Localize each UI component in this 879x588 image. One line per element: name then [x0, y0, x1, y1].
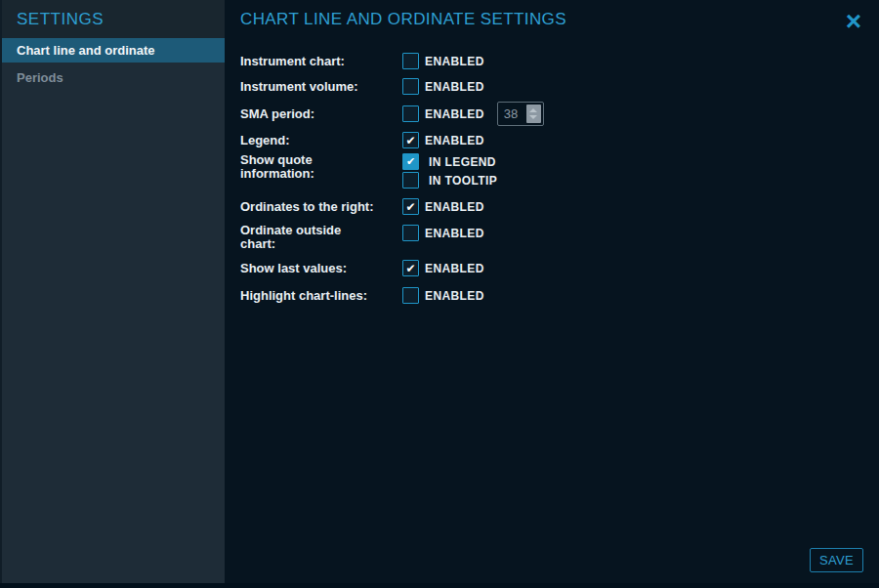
checkbox-label[interactable]: ENABLED [425, 55, 484, 68]
row-label: Ordinates to the right: [240, 200, 402, 214]
sidebar-item-chart-line-and-ordinate[interactable]: Chart line and ordinate [2, 38, 225, 63]
instrument-volume-checkbox[interactable] [402, 78, 419, 95]
ordinate-outside-checkbox[interactable] [402, 225, 419, 241]
checkbox-label[interactable]: IN LEGEND [429, 155, 496, 169]
checkbox-label[interactable]: ENABLED [425, 289, 484, 303]
quote-in-tooltip-checkbox[interactable] [402, 172, 419, 189]
number-spinner[interactable] [526, 105, 541, 123]
checkbox-label[interactable]: ENABLED [425, 134, 484, 147]
sidebar-item-periods[interactable]: Periods [2, 64, 225, 90]
row-label: Highlight chart-lines: [240, 289, 402, 303]
show-last-values-checkbox[interactable]: ✔ [402, 260, 419, 276]
checkbox-label[interactable]: ENABLED [425, 80, 484, 94]
row-label: Show last values: [240, 262, 402, 275]
row-instrument-chart: Instrument chart: ENABLED [240, 53, 484, 69]
row-highlight-chart-lines: Highlight chart-lines: ENABLED [240, 287, 484, 304]
sidebar-item-label: Periods [17, 70, 63, 85]
quote-in-legend-checkbox[interactable]: ✔ [402, 153, 419, 170]
row-label: Show quote information: [240, 153, 402, 181]
instrument-chart-checkbox[interactable] [402, 53, 419, 69]
row-ordinate-outside-chart: Ordinate outside chart: ENABLED [240, 224, 484, 251]
row-legend: Legend: ✔ ENABLED [240, 132, 484, 148]
row-sma-period: SMA period: ENABLED 38 [240, 102, 544, 126]
row-show-quote-information: Show quote information: ✔ IN LEGEND IN T… [240, 153, 497, 189]
sma-period-input[interactable]: 38 [497, 102, 544, 126]
sidebar-item-label: Chart line and ordinate [17, 43, 155, 58]
sma-period-checkbox[interactable] [402, 105, 419, 122]
sidebar-header: SETTINGS [2, 0, 225, 38]
row-label: Instrument volume: [240, 80, 402, 94]
close-icon[interactable]: × [844, 6, 863, 37]
highlight-chart-lines-checkbox[interactable] [402, 287, 419, 304]
page-title: CHART LINE AND ORDINATE SETTINGS [240, 10, 566, 29]
row-label: Ordinate outside chart: [240, 224, 402, 251]
checkbox-label[interactable]: ENABLED [425, 200, 484, 214]
row-instrument-volume: Instrument volume: ENABLED [240, 78, 484, 95]
sidebar-title: SETTINGS [17, 10, 104, 29]
settings-dialog: SETTINGS Chart line and ordinate Periods… [0, 0, 879, 588]
row-show-last-values: Show last values: ✔ ENABLED [240, 260, 484, 276]
sma-period-value: 38 [498, 106, 526, 121]
save-button[interactable]: SAVE [810, 548, 863, 572]
settings-panel: CHART LINE AND ORDINATE SETTINGS × Instr… [225, 0, 879, 583]
checkbox-label[interactable]: ENABLED [425, 262, 484, 275]
spinner-up-icon[interactable] [529, 108, 537, 112]
row-label: SMA period: [240, 107, 402, 121]
legend-checkbox[interactable]: ✔ [402, 132, 419, 148]
row-label: Instrument chart: [240, 55, 402, 68]
sidebar: SETTINGS Chart line and ordinate Periods [0, 0, 225, 583]
spinner-down-icon[interactable] [529, 115, 537, 119]
checkbox-label[interactable]: IN TOOLTIP [429, 174, 497, 188]
ordinates-right-checkbox[interactable]: ✔ [402, 198, 419, 215]
row-ordinates-to-the-right: Ordinates to the right: ✔ ENABLED [240, 198, 484, 215]
checkbox-label[interactable]: ENABLED [425, 107, 484, 121]
checkbox-label[interactable]: ENABLED [425, 227, 484, 240]
row-label: Legend: [240, 134, 402, 147]
